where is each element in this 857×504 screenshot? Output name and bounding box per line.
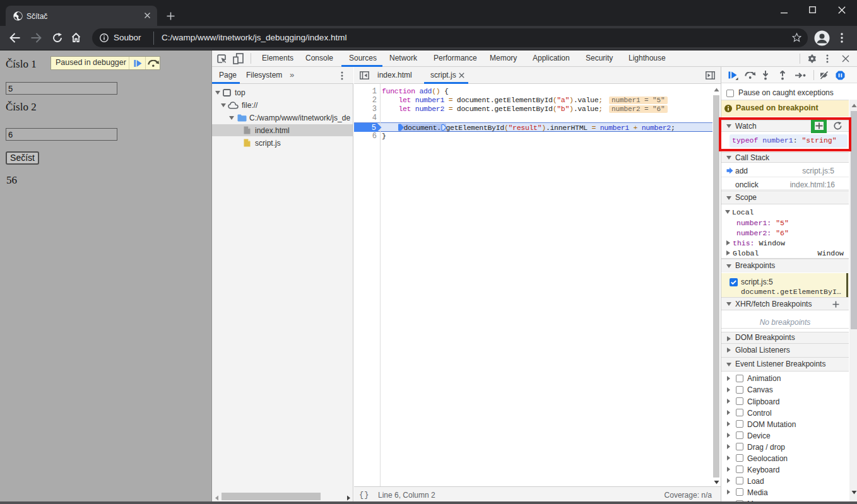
svg-text:5: 5 xyxy=(372,124,376,132)
